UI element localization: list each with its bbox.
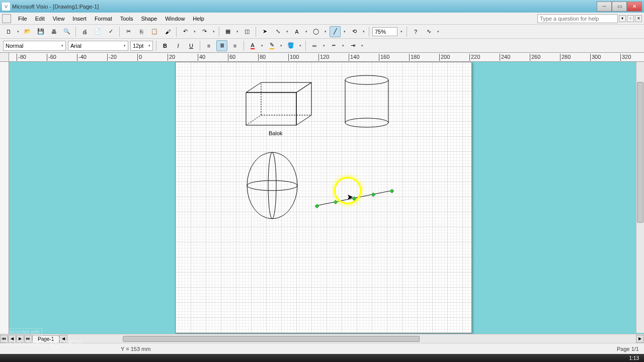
stencil-icon[interactable]: ◫ [242,26,253,37]
menu-shape[interactable]: Shape [137,15,161,23]
undo-dropdown[interactable]: ▾ [193,30,197,34]
document-icon[interactable] [2,14,11,23]
fill-color-button[interactable]: 🪣 [285,40,296,51]
align-left-button[interactable]: ≡ [203,40,214,51]
help-search-input[interactable] [537,14,618,23]
tab-nav-prev[interactable]: ◀ [8,335,16,343]
tab-nav-first[interactable]: ⏮ [0,335,8,343]
formula-dropdown[interactable]: ▾ [436,30,440,34]
print-preview-icon[interactable]: 🔍 [61,26,72,37]
taskbar[interactable]: 1:13 [0,354,644,362]
window-title: Microsoft Visio - [Drawing1:Page-1] [12,4,597,10]
rotate-dropdown[interactable]: ▾ [362,30,366,34]
shape-box[interactable] [246,82,314,133]
vertical-scrollbar[interactable] [636,62,644,333]
menu-help[interactable]: Help [189,15,208,23]
menu-view[interactable]: View [49,15,69,23]
tab-nav-next[interactable]: ▶ [16,335,24,343]
line-tool-icon[interactable]: ╱ [330,26,341,37]
close-button[interactable]: ✕ [627,2,642,12]
align-center-button[interactable]: ≣ [216,40,227,51]
doc-close-button[interactable]: ✕ [635,15,642,22]
shapes-dropdown[interactable]: ▾ [235,30,239,34]
print-icon-2[interactable]: 🖨 [79,26,90,37]
font-combo[interactable]: Arial▾ [68,41,128,51]
horizontal-scrollbar[interactable]: ◀ ▶ [67,335,636,342]
horizontal-ruler[interactable]: -80 -60 -40 -20 0 20 40 60 80 100 120 14… [0,53,644,62]
scrollbar-thumb[interactable] [637,82,643,223]
ruler-tick: 160 [379,54,389,61]
undo-icon[interactable]: ↶ [180,26,191,37]
bold-button[interactable]: B [159,40,171,51]
line-color-button[interactable]: ✎ [266,40,277,51]
separator [305,41,306,51]
pointer-tool-icon[interactable]: ➤ [259,26,270,37]
font-color-button[interactable]: A [247,40,258,51]
menu-file[interactable]: File [14,15,31,23]
scrollbar-thumb[interactable] [123,336,420,342]
separator [244,41,244,51]
text-dropdown[interactable]: ▾ [304,30,308,34]
rotate-tool-icon[interactable]: ⟲ [349,26,360,37]
zoom-combo[interactable]: 75% [372,27,397,36]
connector-tool-icon[interactable]: ⤡ [272,26,283,37]
format-painter-icon[interactable]: 🖌 [162,26,173,37]
drawing-canvas[interactable]: Balok [9,62,644,334]
font-color-dropdown[interactable]: ▾ [260,44,264,48]
menu-format[interactable]: Format [91,15,116,23]
text-tool-icon[interactable]: A [291,26,302,37]
ellipse-dropdown[interactable]: ▾ [324,30,328,34]
fill-color-dropdown[interactable]: ▾ [298,44,302,48]
save-icon[interactable]: 💾 [35,26,46,37]
menu-tools[interactable]: Tools [116,15,137,23]
line-dropdown[interactable]: ▾ [343,30,347,34]
redo-dropdown[interactable]: ▾ [212,30,216,34]
shape-sphere[interactable] [246,150,299,221]
new-dropdown[interactable]: ▾ [16,30,20,34]
help-icon[interactable]: ? [410,26,421,37]
cut-icon[interactable]: ✂ [123,26,134,37]
open-icon[interactable]: 📂 [22,26,33,37]
line-ends-button[interactable]: ⇥ [347,40,358,51]
svg-point-7 [345,118,388,127]
drawing-page[interactable]: Balok [175,62,472,333]
minimize-button[interactable]: ─ [597,2,612,12]
menu-edit[interactable]: Edit [31,15,49,23]
fontsize-combo[interactable]: 12pt▾ [130,41,153,51]
print-icon[interactable]: 🖶 [48,26,59,37]
connector-dropdown[interactable]: ▾ [285,30,289,34]
new-icon[interactable]: 🗋 [3,26,14,37]
line-weight-dropdown[interactable]: ▾ [322,44,326,48]
preview-icon[interactable]: 📄 [92,26,103,37]
underline-button[interactable]: U [186,40,197,51]
scroll-left-button[interactable]: ◀ [59,335,67,343]
italic-button[interactable]: I [173,40,184,51]
align-right-button[interactable]: ≡ [229,40,240,51]
spelling-icon[interactable]: ✓ [105,26,116,37]
vertical-ruler[interactable] [0,62,9,334]
line-weight-button[interactable]: ═ [309,40,320,51]
tab-nav-last[interactable]: ⏭ [24,335,32,343]
redo-icon[interactable]: ↷ [199,26,210,37]
page-tab[interactable]: Page-1 [32,335,59,342]
style-combo[interactable]: Normal▾ [3,41,66,51]
zoom-dropdown[interactable]: ▾ [399,30,404,34]
menu-window[interactable]: Window [161,15,189,23]
maximize-button[interactable]: ▭ [612,2,627,12]
titlebar[interactable]: V Microsoft Visio - [Drawing1:Page-1] ─ … [0,0,644,13]
size-value: 12pt [133,43,143,49]
help-dropdown[interactable]: ▾ [619,15,626,22]
line-ends-dropdown[interactable]: ▾ [360,44,364,48]
line-pattern-dropdown[interactable]: ▾ [341,44,345,48]
paste-icon[interactable]: 📋 [149,26,160,37]
line-color-dropdown[interactable]: ▾ [279,44,283,48]
shapes-icon[interactable]: ▦ [222,26,233,37]
doc-restore-button[interactable]: ▫ [627,15,634,22]
copy-icon[interactable]: ⎘ [136,26,147,37]
scroll-right-button[interactable]: ▶ [636,335,644,343]
ellipse-tool-icon[interactable]: ◯ [310,26,321,37]
menu-insert[interactable]: Insert [68,15,91,23]
line-pattern-button[interactable]: ┅ [328,40,339,51]
shape-cylinder[interactable] [344,75,389,128]
formula-icon[interactable]: ∿ [423,26,434,37]
